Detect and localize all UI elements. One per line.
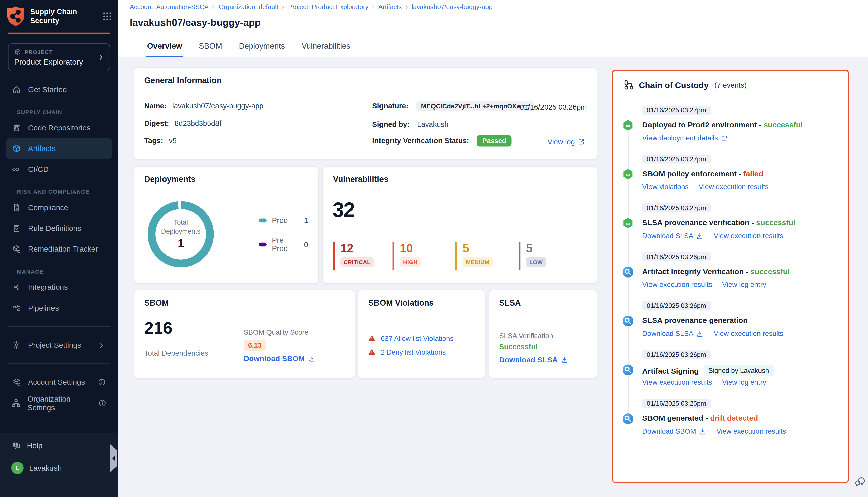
app-grid-icon[interactable] bbox=[102, 11, 112, 22]
legend-swatch bbox=[259, 242, 267, 246]
field-label: Name: bbox=[144, 102, 167, 110]
slsa-verification-label: SLSA Verification bbox=[499, 332, 553, 340]
violation-row-2: 2 Deny list Violations bbox=[368, 348, 446, 356]
download-slsa-link[interactable]: Download SLSA bbox=[499, 356, 568, 364]
custody-event-artifact-integrity-verification: 01/16/2025 03:26pmArtifact Integrity Ver… bbox=[613, 252, 848, 301]
sidebar-item-rule-definitions[interactable]: Rule Definitions bbox=[5, 218, 112, 239]
warning-icon bbox=[368, 348, 376, 356]
event-link-view-execution-results[interactable]: View execution results bbox=[699, 183, 768, 191]
tab-overview[interactable]: Overview bbox=[146, 38, 183, 57]
signature-row: Signature: MEQCICde2VjIT...bL+2+mqnOXw== bbox=[372, 102, 534, 110]
custody-event-slsa-provenance-generation: 01/16/2025 03:26pmSLSA provenance genera… bbox=[613, 301, 848, 350]
sbom-violations-card: SBOM Violations 637 Allow list Violation… bbox=[358, 290, 486, 379]
integrity-status-label: Integrity Verification Status: bbox=[372, 137, 469, 145]
org-gear-icon bbox=[11, 398, 21, 408]
event-title: Artifact Signing bbox=[642, 367, 699, 375]
download-slsa-label[interactable]: Download SLSA bbox=[499, 356, 558, 364]
sidebar-item-label: Integrations bbox=[28, 283, 68, 292]
tab-vulnerabilities[interactable]: Vulnerabilities bbox=[300, 38, 351, 57]
event-link-view-log-entry[interactable]: View log entry bbox=[722, 281, 766, 289]
event-link-view-deployment-details[interactable]: View deployment details bbox=[642, 134, 727, 142]
sidebar-item-code-repositories[interactable]: Code Repositories bbox=[5, 117, 112, 138]
sidebar-item-remediation-tracker[interactable]: Remediation Tracker bbox=[5, 239, 112, 259]
sidebar-divider bbox=[8, 363, 110, 364]
tab-deployments[interactable]: Deployments bbox=[238, 38, 286, 57]
scan-blue-icon bbox=[622, 412, 634, 425]
event-link-view-log-entry[interactable]: View log entry bbox=[722, 379, 766, 386]
signature-value[interactable]: MEQCICde2VjIT...bL+2+mqnOXw== bbox=[416, 101, 534, 111]
violation-link[interactable]: 2 Deny list Violations bbox=[381, 348, 446, 356]
sidebar-item-label: Project Settings bbox=[28, 341, 81, 350]
violation-link[interactable]: 637 Allow list Violations bbox=[381, 335, 453, 342]
app-title: Supply Chain Security bbox=[30, 7, 98, 26]
top-bar: Account: Automation-SSCA›Organization: d… bbox=[118, 0, 868, 57]
slsa-card: SLSA SLSA Verification Successful Downlo… bbox=[489, 290, 598, 379]
event-title-dash: - bbox=[737, 170, 743, 178]
sidebar-item-artifacts[interactable]: Artifacts bbox=[5, 138, 112, 159]
divider bbox=[225, 315, 225, 369]
sidebar-item-get-started[interactable]: Get Started bbox=[5, 79, 112, 100]
hex-pipeline-icon: ∞ bbox=[622, 168, 634, 181]
chain-of-custody-icon bbox=[623, 79, 634, 90]
project-selector-name: Product Exploratory bbox=[14, 57, 104, 66]
tab-sbom[interactable]: SBOM bbox=[198, 38, 223, 57]
event-title-dash: - bbox=[757, 121, 764, 129]
breadcrumb-item-3[interactable]: Project: Product Exploratory bbox=[288, 3, 368, 10]
sidebar-item-compliance[interactable]: Compliance bbox=[5, 197, 112, 218]
feedback-chat-icon[interactable] bbox=[853, 475, 866, 488]
breadcrumb-item-1[interactable]: Account: Automation-SSCA bbox=[130, 3, 208, 10]
breadcrumb-item-2[interactable]: Organization: default bbox=[218, 3, 278, 10]
sidebar-item-label: Get Started bbox=[28, 85, 67, 94]
sidebar-item-account-settings[interactable]: Account Settings bbox=[5, 372, 112, 393]
field-label: Tags: bbox=[144, 137, 163, 145]
breadcrumb-item-5[interactable]: lavakush07/easy-buggy-app bbox=[411, 3, 493, 10]
app-logo-shield-icon bbox=[5, 5, 26, 27]
download-sbom-label[interactable]: Download SBOM bbox=[244, 355, 305, 363]
custody-event-slsa-provenance-verification: 01/16/2025 03:27pm∞SLSA provenance verif… bbox=[613, 203, 848, 252]
card-title: General Information bbox=[144, 76, 222, 85]
legend-label: Prod bbox=[272, 216, 288, 225]
clipboard-check-icon bbox=[11, 224, 21, 233]
sidebar-item-organization-settings[interactable]: Organization Settings bbox=[5, 393, 112, 414]
event-link-view-execution-results[interactable]: View execution results bbox=[713, 330, 783, 338]
event-link-view-execution-results[interactable]: View execution results bbox=[642, 281, 712, 289]
breadcrumb-item-4[interactable]: Artifacts bbox=[378, 3, 402, 10]
field-value: lavakush07/easy-buggy-app bbox=[172, 102, 264, 110]
sidebar-item-integrations[interactable]: Integrations bbox=[5, 277, 112, 298]
event-link-download-sbom[interactable]: Download SBOM bbox=[642, 427, 706, 435]
download-sbom-link[interactable]: Download SBOM bbox=[244, 355, 316, 363]
severity-medium: 5MEDIUM bbox=[455, 242, 493, 270]
sidebar: Supply Chain Security PROJECT Product bbox=[0, 0, 118, 497]
view-log-label[interactable]: View log bbox=[548, 138, 575, 146]
custody-event-sbom-policy-enforcement: 01/16/2025 03:27pm∞SBOM policy enforceme… bbox=[613, 155, 848, 203]
event-link-download-slsa[interactable]: Download SLSA bbox=[642, 232, 704, 240]
info-icon bbox=[98, 399, 106, 407]
event-title-dash: - bbox=[744, 267, 751, 276]
project-selector[interactable]: PROJECT Product Exploratory bbox=[8, 43, 110, 71]
sidebar-item-help[interactable]: ? Help bbox=[5, 436, 112, 455]
cube-icon bbox=[11, 144, 21, 153]
sidebar-item-pipelines[interactable]: Pipelines bbox=[5, 298, 112, 318]
event-title: SBOM generated bbox=[642, 414, 703, 423]
severity-low: 5LOW bbox=[519, 242, 546, 270]
breadcrumb-separator: › bbox=[282, 3, 284, 10]
event-link-view-execution-results[interactable]: View execution results bbox=[716, 427, 786, 435]
legend-value: 0 bbox=[304, 240, 308, 249]
home-icon bbox=[11, 85, 21, 95]
custody-event-sbom-generated: 01/16/2025 03:25pmSBOM generated - drift… bbox=[613, 399, 848, 448]
event-link-view-execution-results[interactable]: View execution results bbox=[713, 232, 783, 240]
brand: Supply Chain Security bbox=[0, 0, 118, 31]
sidebar-item-ci-cd[interactable]: CI/CD bbox=[5, 159, 112, 180]
sidebar-item-project-settings[interactable]: Project Settings bbox=[5, 335, 112, 356]
download-icon bbox=[561, 356, 568, 363]
event-link-view-violations[interactable]: View violations bbox=[642, 183, 689, 191]
chevron-right-icon bbox=[97, 53, 105, 61]
sidebar-user[interactable]: L Lavakush bbox=[5, 458, 112, 478]
event-link-download-slsa[interactable]: Download SLSA bbox=[642, 330, 704, 338]
severity-badge: LOW bbox=[526, 257, 546, 267]
view-log-link[interactable]: View log bbox=[548, 138, 585, 146]
event-title: SBOM policy enforcement bbox=[642, 170, 737, 178]
event-link-view-execution-results[interactable]: View execution results bbox=[642, 379, 712, 386]
deployments-donut-chart: Total Deployments 1 bbox=[146, 199, 216, 269]
card-title: SBOM bbox=[144, 298, 169, 307]
